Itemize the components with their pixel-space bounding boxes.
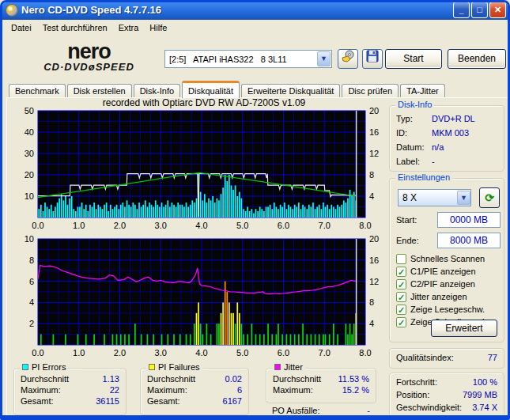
- tab-disk-erstellen[interactable]: Disk erstellen: [67, 84, 132, 98]
- tab-disc-pruefen[interactable]: Disc prüfen: [342, 84, 399, 98]
- svg-text:4: 4: [29, 297, 34, 307]
- chevron-down-icon[interactable]: ▼: [457, 191, 470, 205]
- svg-text:20: 20: [25, 170, 34, 180]
- tab-erweiterte-diskqualitaet[interactable]: Erweiterte Diskqualität: [241, 84, 340, 98]
- checkbox-schnelles-scannen[interactable]: Schnelles Scannen: [396, 253, 485, 264]
- tab-ta-jitter[interactable]: TA-Jitter: [400, 84, 445, 98]
- disk-datum-label: Datum:: [396, 142, 424, 152]
- svg-text:0.0: 0.0: [32, 221, 43, 230]
- svg-text:2.0: 2.0: [114, 221, 126, 230]
- svg-text:6.0: 6.0: [278, 348, 289, 358]
- eject-disc-button[interactable]: [338, 49, 358, 69]
- start-label: Start:: [396, 215, 417, 225]
- svg-text:1.0: 1.0: [73, 221, 85, 230]
- disk-id-value: MKM 003: [432, 128, 469, 138]
- drive-select[interactable]: [2:5] ATAPI iHAS322 8 3L11 ▼: [164, 50, 332, 68]
- menu-hilfe[interactable]: Hilfe: [144, 21, 172, 34]
- svg-text:8: 8: [369, 170, 374, 180]
- maximize-button[interactable]: □: [471, 2, 488, 18]
- speed-select[interactable]: 8 X ▼: [398, 189, 471, 206]
- speed-select-value: 8 X: [399, 192, 457, 203]
- stat-value: 22: [110, 385, 119, 395]
- disk-info-box: Disk-Info Typ:DVD+R DL ID:MKM 003 Datum:…: [389, 105, 504, 172]
- end-label: Ende:: [396, 236, 419, 245]
- svg-text:50: 50: [25, 108, 34, 115]
- svg-text:8: 8: [369, 297, 374, 307]
- svg-text:8.0: 8.0: [359, 221, 371, 230]
- pi-errors-color-swatch: [22, 364, 28, 370]
- stat-value: 6167: [223, 396, 242, 406]
- checkbox-lesegeschw[interactable]: ✓Zeige Lesegeschw.: [396, 304, 485, 315]
- tab-bar: Benchmark Disk erstellen Disk-Info Diskq…: [9, 81, 447, 98]
- quit-button[interactable]: Beenden: [448, 49, 506, 69]
- checkbox-icon: ✓: [396, 267, 406, 277]
- eject-disc-icon: [341, 50, 355, 64]
- stat-label: Maximum:: [21, 385, 61, 395]
- stat-value: 6: [237, 385, 242, 395]
- stat-value: 15.2 %: [342, 385, 369, 395]
- checkbox-icon: ✓: [396, 305, 406, 315]
- chart-title: recorded with Optiarc DVD RW AD-7200S v1…: [38, 97, 370, 108]
- advanced-button[interactable]: Erweitert: [431, 320, 497, 337]
- nero-logo-bottom: CD·DVDøSPEED: [20, 61, 158, 73]
- svg-text:4.0: 4.0: [195, 348, 207, 358]
- stat-value: 36115: [96, 396, 119, 406]
- svg-text:16: 16: [369, 127, 379, 137]
- start-button[interactable]: Start: [385, 49, 442, 69]
- svg-text:8: 8: [29, 255, 34, 265]
- po-failures-value: -: [367, 406, 370, 415]
- refresh-button[interactable]: ⟳: [479, 187, 500, 208]
- checkbox-c1-pie[interactable]: ✓C1/PIE anzeigen: [396, 266, 476, 277]
- app-icon: [6, 4, 18, 17]
- save-button[interactable]: [362, 49, 383, 69]
- tab-benchmark[interactable]: Benchmark: [9, 84, 66, 98]
- pi-errors-title: PI Errors: [32, 362, 66, 372]
- progress-box: Fortschritt:100 % Position:7999 MB Gesch…: [389, 373, 504, 417]
- nero-logo: nero CD·DVDøSPEED: [20, 42, 158, 73]
- stat-label: Durchschnitt: [21, 374, 69, 384]
- tab-disk-info[interactable]: Disk-Info: [134, 84, 180, 98]
- quality-index-value: 77: [488, 353, 497, 362]
- svg-text:10: 10: [25, 234, 34, 244]
- svg-text:1.0: 1.0: [73, 348, 85, 358]
- title-bar[interactable]: Nero CD-DVD Speed 4.7.7.16 _ □ ✕: [0, 0, 510, 20]
- disk-typ-label: Typ:: [396, 114, 413, 123]
- start-field[interactable]: 0000 MB: [437, 212, 501, 228]
- checkbox-icon: ✓: [396, 279, 406, 289]
- checkbox-jitter[interactable]: ✓Jitter anzeigen: [396, 291, 467, 302]
- menu-test-durchfuehren[interactable]: Test durchführen: [37, 21, 113, 34]
- checkbox-c2-pif[interactable]: ✓C2/PIF anzeigen: [396, 278, 475, 289]
- minimize-button[interactable]: _: [453, 2, 470, 18]
- fortschritt-label: Fortschritt:: [396, 377, 437, 387]
- chevron-down-icon[interactable]: ▼: [317, 51, 331, 66]
- tab-diskqualitaet[interactable]: Diskqualität: [182, 81, 240, 98]
- settings-title: Einstellungen: [395, 172, 452, 182]
- stat-label: Maximum:: [147, 385, 187, 395]
- pi-failures-color-swatch: [149, 364, 155, 370]
- pi-errors-box: PI Errors Durchschnitt1.13 Maximum:22 Ge…: [13, 368, 127, 415]
- svg-text:40: 40: [25, 127, 34, 137]
- svg-text:6.0: 6.0: [278, 221, 289, 230]
- checkbox-label: C2/PIF anzeigen: [410, 279, 475, 289]
- svg-text:4: 4: [369, 319, 374, 328]
- svg-text:12: 12: [369, 149, 379, 158]
- svg-text:4: 4: [369, 191, 374, 201]
- close-button[interactable]: ✕: [489, 2, 506, 18]
- jitter-color-swatch: [274, 364, 281, 370]
- quality-index-label: Qualitätsindex:: [396, 353, 454, 362]
- svg-text:5.0: 5.0: [236, 221, 248, 230]
- svg-text:5.0: 5.0: [236, 348, 248, 358]
- menu-datei[interactable]: Datei: [6, 21, 37, 34]
- jitter-title: Jitter: [284, 362, 303, 372]
- end-field[interactable]: 8000 MB: [437, 233, 501, 248]
- menu-extra[interactable]: Extra: [113, 21, 145, 34]
- fortschritt-value: 100 %: [473, 377, 497, 387]
- nero-logo-top: nero: [20, 42, 158, 61]
- disk-id-label: ID:: [396, 128, 407, 138]
- svg-text:2.0: 2.0: [114, 348, 126, 358]
- stat-label: Gesamt:: [21, 396, 54, 406]
- checkbox-icon: ✓: [396, 317, 406, 327]
- disk-datum-value: n/a: [432, 142, 444, 152]
- stat-label: Durchschnitt: [273, 374, 321, 384]
- checkbox-label: C1/PIE anzeigen: [410, 267, 476, 276]
